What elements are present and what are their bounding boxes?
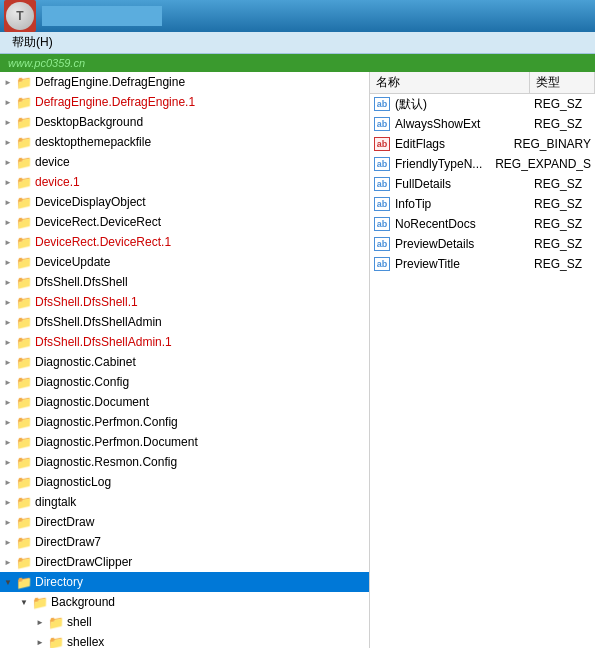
tree-item-diag-perf[interactable]: ►📁Diagnostic.Perfmon.Config bbox=[0, 412, 369, 432]
cell-type-editflags: REG_BINARY bbox=[510, 134, 595, 154]
tree-item-diag-doc[interactable]: ►📁Diagnostic.Document bbox=[0, 392, 369, 412]
cell-type-previewtitle: REG_SZ bbox=[530, 254, 595, 274]
reg-icon-editflags: ab bbox=[374, 137, 390, 151]
tree-item-dfsshell-admin[interactable]: ►📁DfsShell.DfsShellAdmin bbox=[0, 312, 369, 332]
tree-toggle-shellex[interactable]: ► bbox=[32, 632, 48, 648]
tree-label-defrag2: DefragEngine.DefragEngine.1 bbox=[35, 92, 195, 112]
tree-item-diag-perf-doc[interactable]: ►📁Diagnostic.Perfmon.Document bbox=[0, 432, 369, 452]
tree-toggle-diag-perf-doc[interactable]: ► bbox=[0, 432, 16, 452]
tree-item-defrag2[interactable]: ►📁DefragEngine.DefragEngine.1 bbox=[0, 92, 369, 112]
tree-item-devicedisplay[interactable]: ►📁DeviceDisplayObject bbox=[0, 192, 369, 212]
tree-item-device1[interactable]: ►📁device.1 bbox=[0, 172, 369, 192]
tree-item-desktop-bg[interactable]: ►📁DesktopBackground bbox=[0, 112, 369, 132]
tree-item-desktoptheme[interactable]: ►📁desktopthemepackfile bbox=[0, 132, 369, 152]
title-input[interactable] bbox=[42, 6, 162, 26]
table-row-norecent[interactable]: abNoRecentDocsREG_SZ bbox=[370, 214, 595, 234]
tree-item-defrag1[interactable]: ►📁DefragEngine.DefragEngine bbox=[0, 72, 369, 92]
folder-icon-device1: 📁 bbox=[16, 174, 32, 190]
tree-toggle-dfsshell-admin1[interactable]: ► bbox=[0, 332, 16, 352]
left-tree-pane[interactable]: ►📁DefragEngine.DefragEngine►📁DefragEngin… bbox=[0, 72, 370, 648]
tree-toggle-desktop-bg[interactable]: ► bbox=[0, 112, 16, 132]
tree-item-devicerect1[interactable]: ►📁DeviceRect.DeviceRect.1 bbox=[0, 232, 369, 252]
tree-toggle-shell[interactable]: ► bbox=[32, 612, 48, 632]
table-row-previewdetails[interactable]: abPreviewDetailsREG_SZ bbox=[370, 234, 595, 254]
tree-item-deviceupdate[interactable]: ►📁DeviceUpdate bbox=[0, 252, 369, 272]
tree-label-devicerect: DeviceRect.DeviceRect bbox=[35, 212, 161, 232]
tree-toggle-diag-doc[interactable]: ► bbox=[0, 392, 16, 412]
registry-table: 名称 类型 ab(默认)REG_SZabAlwaysShowExtREG_SZa… bbox=[370, 72, 595, 274]
folder-icon-diag-config: 📁 bbox=[16, 374, 32, 390]
right-detail-pane[interactable]: 名称 类型 ab(默认)REG_SZabAlwaysShowExtREG_SZa… bbox=[370, 72, 595, 648]
tree-item-devicerect[interactable]: ►📁DeviceRect.DeviceRect bbox=[0, 212, 369, 232]
tree-item-diag-cabinet[interactable]: ►📁Diagnostic.Cabinet bbox=[0, 352, 369, 372]
tree-toggle-diag-resmon[interactable]: ► bbox=[0, 452, 16, 472]
tree-toggle-diag-perf[interactable]: ► bbox=[0, 412, 16, 432]
header-name: 名称 bbox=[370, 72, 530, 93]
tree-toggle-diag-config[interactable]: ► bbox=[0, 372, 16, 392]
tree-toggle-directory[interactable]: ▼ bbox=[0, 572, 16, 592]
folder-icon-diag-resmon: 📁 bbox=[16, 454, 32, 470]
reg-name-text-norecent: NoRecentDocs bbox=[395, 217, 476, 231]
tree-toggle-defrag2[interactable]: ► bbox=[0, 92, 16, 112]
tree-toggle-directdrawclipper[interactable]: ► bbox=[0, 552, 16, 572]
tree-item-device[interactable]: ►📁device bbox=[0, 152, 369, 172]
cell-name-fulldetails: abFullDetails bbox=[370, 174, 530, 194]
folder-icon-desktop-bg: 📁 bbox=[16, 114, 32, 130]
tree-label-dfsshell-admin1: DfsShell.DfsShellAdmin.1 bbox=[35, 332, 172, 352]
tree-item-shell[interactable]: ►📁shell bbox=[0, 612, 369, 632]
tree-label-diaglog: DiagnosticLog bbox=[35, 472, 111, 492]
cell-name-default: ab(默认) bbox=[370, 94, 530, 114]
tree-toggle-directdraw[interactable]: ► bbox=[0, 512, 16, 532]
tree-toggle-deviceupdate[interactable]: ► bbox=[0, 252, 16, 272]
tree-label-background: Background bbox=[51, 592, 115, 612]
cell-name-previewdetails: abPreviewDetails bbox=[370, 234, 530, 254]
tree-toggle-devicerect1[interactable]: ► bbox=[0, 232, 16, 252]
table-row-friendlytype[interactable]: abFriendlyTypeN...REG_EXPAND_S bbox=[370, 154, 595, 174]
table-row-fulldetails[interactable]: abFullDetailsREG_SZ bbox=[370, 174, 595, 194]
table-row-alwaysshow[interactable]: abAlwaysShowExtREG_SZ bbox=[370, 114, 595, 134]
tree-item-diaglog[interactable]: ►📁DiagnosticLog bbox=[0, 472, 369, 492]
tree-toggle-diag-cabinet[interactable]: ► bbox=[0, 352, 16, 372]
tree-label-defrag1: DefragEngine.DefragEngine bbox=[35, 72, 185, 92]
tree-item-diag-resmon[interactable]: ►📁Diagnostic.Resmon.Config bbox=[0, 452, 369, 472]
tree-toggle-device1[interactable]: ► bbox=[0, 172, 16, 192]
tree-item-background[interactable]: ▼📁Background bbox=[0, 592, 369, 612]
tree-label-dfsshell-admin: DfsShell.DfsShellAdmin bbox=[35, 312, 162, 332]
table-row-previewtitle[interactable]: abPreviewTitleREG_SZ bbox=[370, 254, 595, 274]
tree-toggle-diaglog[interactable]: ► bbox=[0, 472, 16, 492]
tree-toggle-directdraw7[interactable]: ► bbox=[0, 532, 16, 552]
tree-item-directdraw7[interactable]: ►📁DirectDraw7 bbox=[0, 532, 369, 552]
tree-item-dingtalk[interactable]: ►📁dingtalk bbox=[0, 492, 369, 512]
folder-icon-directory: 📁 bbox=[16, 574, 32, 590]
tree-toggle-devicerect[interactable]: ► bbox=[0, 212, 16, 232]
tree-label-diag-doc: Diagnostic.Document bbox=[35, 392, 149, 412]
tree-item-dfsshell-admin1[interactable]: ►📁DfsShell.DfsShellAdmin.1 bbox=[0, 332, 369, 352]
tree-toggle-dfsshell1[interactable]: ► bbox=[0, 292, 16, 312]
tree-item-dfsshell[interactable]: ►📁DfsShell.DfsShell bbox=[0, 272, 369, 292]
title-bar: T bbox=[0, 0, 595, 32]
tree-toggle-dingtalk[interactable]: ► bbox=[0, 492, 16, 512]
tree-toggle-background[interactable]: ▼ bbox=[16, 592, 32, 612]
tree-item-shellex[interactable]: ►📁shellex bbox=[0, 632, 369, 648]
table-row-infotip[interactable]: abInfoTipREG_SZ bbox=[370, 194, 595, 214]
reg-name-text-friendlytype: FriendlyTypeN... bbox=[395, 157, 482, 171]
tree-toggle-device[interactable]: ► bbox=[0, 152, 16, 172]
reg-icon-default: ab bbox=[374, 97, 390, 111]
tree-item-directdraw[interactable]: ►📁DirectDraw bbox=[0, 512, 369, 532]
tree-toggle-dfsshell[interactable]: ► bbox=[0, 272, 16, 292]
tree-label-shell: shell bbox=[67, 612, 92, 632]
tree-item-directdrawclipper[interactable]: ►📁DirectDrawClipper bbox=[0, 552, 369, 572]
tree-toggle-devicedisplay[interactable]: ► bbox=[0, 192, 16, 212]
reg-name-text-editflags: EditFlags bbox=[395, 137, 445, 151]
tree-label-directdrawclipper: DirectDrawClipper bbox=[35, 552, 132, 572]
tree-toggle-desktoptheme[interactable]: ► bbox=[0, 132, 16, 152]
tree-toggle-defrag1[interactable]: ► bbox=[0, 72, 16, 92]
tree-item-dfsshell1[interactable]: ►📁DfsShell.DfsShell.1 bbox=[0, 292, 369, 312]
tree-item-directory[interactable]: ▼📁Directory bbox=[0, 572, 369, 592]
table-row-editflags[interactable]: abEditFlagsREG_BINARY bbox=[370, 134, 595, 154]
reg-icon-previewdetails: ab bbox=[374, 237, 390, 251]
tree-item-diag-config[interactable]: ►📁Diagnostic.Config bbox=[0, 372, 369, 392]
menu-help[interactable]: 帮助(H) bbox=[8, 32, 57, 53]
tree-toggle-dfsshell-admin[interactable]: ► bbox=[0, 312, 16, 332]
table-row-default[interactable]: ab(默认)REG_SZ bbox=[370, 94, 595, 114]
